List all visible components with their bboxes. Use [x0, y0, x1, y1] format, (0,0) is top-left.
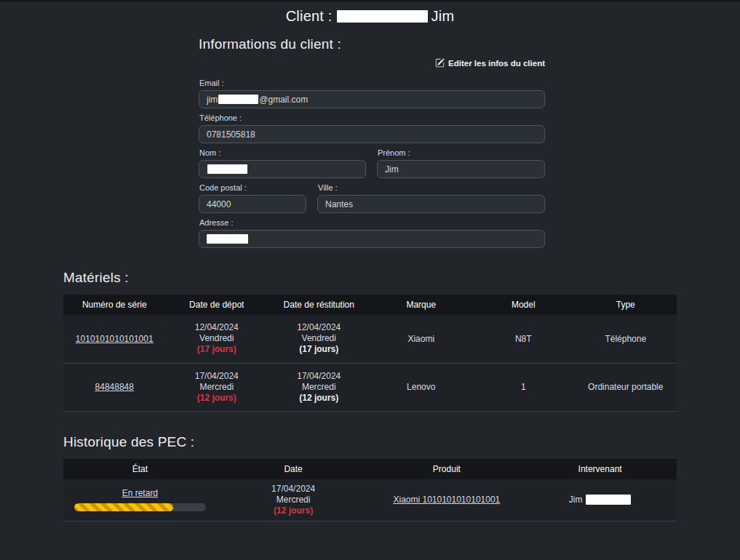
brand-cell: Xiaomi [370, 315, 473, 363]
redaction-box [218, 95, 258, 104]
ville-input[interactable] [317, 195, 545, 213]
model-cell: N8T [472, 315, 575, 363]
materials-table: Numéro de série Date de dépot Date de ré… [63, 295, 677, 412]
city-row: Code postal : Ville : [199, 183, 545, 218]
client-info-heading: Informations du client : [199, 36, 545, 52]
pec-row: En retard 17/04/2024 Mercredi (12 jours)… [63, 479, 677, 521]
pec-date-cell: 17/04/2024 Mercredi (12 jours) [217, 479, 370, 521]
redaction-box [337, 10, 428, 23]
pencil-square-icon [435, 58, 445, 68]
phone-input[interactable] [199, 125, 545, 143]
serial-link[interactable]: 1010101010101001 [76, 334, 154, 344]
edit-client-link-label: Editer les infos du client [448, 59, 545, 68]
type-cell: Ordinateur portable [575, 363, 677, 411]
pec-day: Mercredi [220, 495, 367, 505]
email-label: Email : [199, 79, 545, 87]
redaction-box [207, 164, 247, 174]
edit-client-link[interactable]: Editer les infos du client [435, 58, 545, 68]
return-day: Mercredi [271, 382, 367, 393]
adresse-field-group: Adresse : [199, 218, 545, 248]
email-value-suffix: @gmail.com [259, 95, 308, 105]
materials-heading: Matériels : [63, 270, 677, 286]
intervenant-name: Jim [569, 495, 583, 505]
page-title-prefix: Client : [286, 8, 333, 24]
return-delay: (17 jours) [271, 344, 367, 355]
nom-input[interactable] [199, 160, 366, 178]
col-marque: Marque [370, 295, 473, 315]
deposit-date: 17/04/2024 [169, 371, 266, 382]
email-input[interactable]: jim@gmail.com [199, 90, 545, 108]
status-cell: En retard [63, 479, 217, 521]
prenom-field-group: Prénom : [377, 148, 545, 178]
email-value-prefix: jim [207, 95, 218, 105]
window-top-edge [0, 0, 740, 2]
deposit-day: Vendredi [169, 333, 266, 344]
return-date-cell: 17/04/2024 Mercredi (12 jours) [268, 363, 370, 411]
adresse-input[interactable] [199, 230, 545, 248]
deposit-date-cell: 17/04/2024 Mercredi (12 jours) [166, 363, 268, 411]
deposit-date-cell: 12/04/2024 Vendredi (17 jours) [166, 315, 268, 363]
nom-field-group: Nom : [199, 148, 366, 178]
model-cell: 1 [472, 363, 575, 411]
pec-delay: (12 jours) [220, 505, 367, 516]
brand-cell: Lenovo [370, 363, 473, 411]
product-cell: Xiaomi 1010101010101001 [370, 479, 524, 521]
col-date-depot: Date de dépot [166, 295, 268, 315]
deposit-date: 12/04/2024 [169, 322, 266, 333]
code-postal-field-group: Code postal : [199, 183, 306, 213]
col-date-restitution: Date de réstitution [268, 295, 370, 315]
type-cell: Téléphone [575, 315, 677, 363]
pec-header-row: État Date Produit Intervenant [63, 459, 677, 479]
material-row: 84848848 17/04/2024 Mercredi (12 jours) … [63, 363, 677, 411]
col-produit: Produit [370, 459, 524, 479]
ville-field-group: Ville : [317, 183, 545, 213]
pec-heading: Historique des PEC : [63, 434, 677, 450]
col-numero-serie: Numéro de série [63, 295, 166, 315]
deposit-delay: (17 jours) [169, 344, 266, 355]
prenom-label: Prénom : [378, 148, 545, 157]
col-model: Model [472, 295, 575, 315]
deposit-delay: (12 jours) [169, 393, 266, 404]
phone-label: Téléphone : [199, 113, 545, 122]
materials-header-row: Numéro de série Date de dépot Date de ré… [63, 295, 677, 315]
col-intervenant: Intervenant [523, 459, 677, 479]
col-etat: État [63, 459, 217, 479]
pec-table: État Date Produit Intervenant En retard … [63, 459, 677, 521]
prenom-input[interactable] [377, 160, 545, 178]
return-delay: (12 jours) [271, 393, 367, 404]
code-postal-input[interactable] [199, 195, 306, 213]
return-day: Vendredi [271, 333, 367, 344]
adresse-label: Adresse : [199, 218, 545, 227]
edit-row: Editer les infos du client [199, 57, 545, 71]
return-date: 17/04/2024 [271, 371, 367, 382]
col-type: Type [575, 295, 677, 315]
material-row: 1010101010101001 12/04/2024 Vendredi (17… [63, 315, 677, 363]
ville-label: Ville : [318, 183, 545, 192]
status-link[interactable]: En retard [122, 488, 158, 498]
progress-track [74, 503, 206, 511]
nom-label: Nom : [199, 148, 366, 157]
name-row: Nom : Prénom : [199, 148, 545, 183]
page-title: Client :Jim [0, 8, 740, 25]
email-field-group: Email : jim@gmail.com [199, 79, 545, 108]
intervenant-cell: Jim [523, 479, 677, 521]
code-postal-label: Code postal : [199, 183, 306, 192]
redaction-box [586, 495, 631, 505]
deposit-day: Mercredi [169, 382, 266, 393]
phone-field-group: Téléphone : [199, 113, 545, 143]
return-date: 12/04/2024 [271, 322, 367, 333]
return-date-cell: 12/04/2024 Vendredi (17 jours) [268, 315, 370, 363]
pec-date: 17/04/2024 [220, 484, 367, 495]
serial-link[interactable]: 84848848 [95, 382, 134, 392]
client-info-section: Informations du client : Editer les info… [199, 36, 545, 248]
progress-bar [74, 503, 173, 511]
product-link[interactable]: Xiaomi 1010101010101001 [393, 495, 500, 505]
redaction-box [207, 234, 248, 244]
page-title-suffix: Jim [431, 8, 455, 24]
pec-history-section: Historique des PEC : État Date Produit I… [63, 434, 677, 521]
col-date: Date [217, 459, 370, 479]
materials-section: Matériels : Numéro de série Date de dépo… [63, 270, 677, 412]
